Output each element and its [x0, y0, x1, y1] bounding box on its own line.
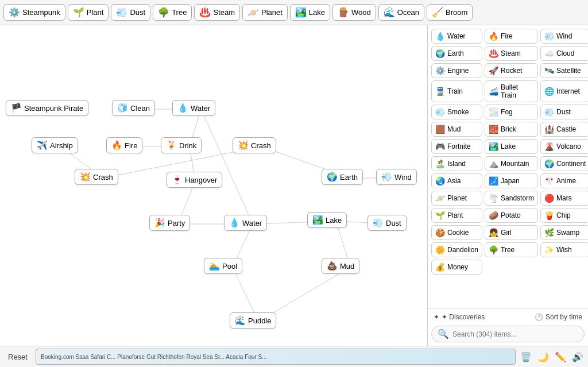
- sort-icon: 🕐: [535, 313, 543, 321]
- sidebar-item-sandstorm[interactable]: 🌪️Sandstorm: [485, 191, 538, 206]
- top-element-steam[interactable]: ♨️Steam: [194, 4, 240, 21]
- bottom-icon-2[interactable]: ✏️: [555, 351, 566, 362]
- sidebar-item-engine[interactable]: ⚙️Engine: [431, 63, 482, 78]
- sidebar-item-brick[interactable]: 🧱Brick: [485, 122, 538, 137]
- sidebar-item-japan[interactable]: 🗾Japan: [485, 173, 538, 188]
- sidebar-item-volcano[interactable]: 🌋Volcano: [540, 139, 588, 154]
- node-n15[interactable]: 🏊Pool: [204, 258, 242, 274]
- si-icon-girl: 👧: [489, 228, 498, 237]
- si-icon-rocket: 🚀: [489, 66, 498, 75]
- sidebar-item-dandelion[interactable]: 🌼Dandelion: [431, 242, 482, 257]
- sidebar-item-fog[interactable]: 🌫️Fog: [485, 105, 538, 119]
- node-n6[interactable]: 💥Crash: [233, 137, 276, 153]
- node-n4[interactable]: 🔥Fire: [106, 137, 142, 153]
- sidebar-item-bullet-train[interactable]: 🚄Bullet Train: [485, 80, 538, 102]
- node-n8[interactable]: 🍷Hangover: [167, 172, 222, 188]
- node-n1[interactable]: 🧊Clean: [112, 100, 155, 116]
- si-icon-steam: ♨️: [489, 49, 498, 58]
- node-n14[interactable]: 💨Dust: [368, 215, 407, 231]
- sidebar-item-wind[interactable]: 💨Wind: [540, 29, 588, 44]
- sidebar-item-train[interactable]: 🚆Train: [431, 80, 482, 102]
- svg-line-15: [201, 109, 253, 224]
- node-n5[interactable]: 🍹Drink: [161, 137, 202, 153]
- sidebar-item-lake[interactable]: 🏞️Lake: [485, 139, 538, 154]
- sidebar-item-cloud[interactable]: ☁️Cloud: [540, 46, 588, 61]
- sidebar-item-continent[interactable]: 🌍Continent: [540, 156, 588, 171]
- search-input[interactable]: [452, 330, 578, 338]
- bottom-icon-1[interactable]: 🌙: [537, 351, 549, 362]
- top-steampunk[interactable]: ⚙️ Steampunk: [3, 4, 65, 21]
- si-icon-cookie: 🍪: [435, 228, 445, 237]
- sidebar-item-satellite[interactable]: 🛰️Satellite: [540, 63, 588, 78]
- node-n7[interactable]: 💥Crash: [75, 169, 118, 185]
- sidebar-items-list: 💧Water🔥Fire💨Wind🌍Earth♨️Steam☁️Cloud⚙️En…: [428, 25, 588, 308]
- sidebar-item-island[interactable]: 🏝️Island: [431, 156, 482, 171]
- si-icon-continent: 🌍: [544, 159, 554, 168]
- node-icon-n12: 💧: [229, 218, 240, 228]
- sidebar-item-fire[interactable]: 🔥Fire: [485, 29, 538, 44]
- top-element-ocean[interactable]: 🌊Ocean: [378, 4, 424, 21]
- steampunk-label: Steampunk: [22, 8, 60, 17]
- sidebar-item-tree[interactable]: 🌳Tree: [485, 242, 538, 257]
- sidebar-item-rocket[interactable]: 🚀Rocket: [485, 63, 538, 78]
- node-n17[interactable]: 🌊Puddle: [230, 312, 276, 329]
- node-n13[interactable]: 🏞️Lake: [307, 212, 347, 228]
- top-element-planet[interactable]: 🪐Planet: [242, 4, 288, 21]
- sidebar-item-potato[interactable]: 🥔Potato: [485, 208, 538, 223]
- sidebar-item-mud[interactable]: 🟫Mud: [431, 122, 482, 137]
- sidebar-item-plant[interactable]: 🌱Plant: [431, 208, 482, 223]
- node-n10[interactable]: 💨Wind: [376, 169, 417, 185]
- top-icon-planet: 🪐: [247, 7, 259, 18]
- node-icon-n1: 🧊: [117, 103, 128, 113]
- bottom-icon-3[interactable]: 🔊: [572, 351, 583, 362]
- sidebar-item-wish[interactable]: ✨Wish: [540, 242, 588, 257]
- sidebar-item-smoke[interactable]: 💨Smoke: [431, 105, 482, 119]
- search-bar[interactable]: 🔍: [431, 326, 585, 342]
- sidebar-item-mars[interactable]: 🔴Mars: [540, 191, 588, 206]
- si-icon-chip: 🍟: [544, 211, 554, 220]
- sidebar-item-internet[interactable]: 🌐Internet: [540, 80, 588, 102]
- sidebar-item-chip[interactable]: 🍟Chip: [540, 208, 588, 223]
- sort-button[interactable]: 🕐 Sort by time: [532, 312, 585, 322]
- canvas-area[interactable]: 🏴 Steampunk Pirate 🧊Clean💧Water✈️Airship…: [0, 25, 427, 346]
- sidebar-item-steam[interactable]: ♨️Steam: [485, 46, 538, 61]
- si-icon-fortnite: 🎮: [435, 142, 445, 151]
- node-n2[interactable]: 💧Water: [172, 100, 215, 116]
- top-icon-dust: 💨: [116, 7, 127, 18]
- node-n9[interactable]: 🌍Earth: [322, 169, 363, 185]
- si-icon-money: 💰: [435, 262, 445, 272]
- top-icon-wood: 🪵: [338, 7, 349, 18]
- si-icon-planet: 🪐: [435, 194, 445, 203]
- sidebar-item-money[interactable]: 💰Money: [431, 260, 482, 275]
- top-element-plant[interactable]: 🌱Plant: [68, 4, 109, 21]
- sidebar-item-dust[interactable]: 💨Dust: [540, 105, 588, 119]
- reset-button[interactable]: Reset: [5, 351, 31, 362]
- sidebar-item-cookie[interactable]: 🍪Cookie: [431, 225, 482, 240]
- node-n12[interactable]: 💧Water: [224, 215, 267, 231]
- sidebar-item-castle[interactable]: 🏰Castle: [540, 122, 588, 137]
- main-area: 🏴 Steampunk Pirate 🧊Clean💧Water✈️Airship…: [0, 25, 588, 346]
- sidebar-item-earth[interactable]: 🌍Earth: [431, 46, 482, 61]
- sidebar-item-swamp[interactable]: 🌿Swamp: [540, 225, 588, 240]
- node-n3[interactable]: ✈️Airship: [32, 137, 78, 153]
- sidebar-item-planet[interactable]: 🪐Planet: [431, 191, 482, 206]
- node-n16[interactable]: 💩Mud: [322, 258, 359, 274]
- top-element-tree[interactable]: 🌳Tree: [153, 4, 192, 21]
- discoveries-button[interactable]: ✦ ✦ Discoveries: [431, 312, 487, 322]
- sidebar-item-fortnite[interactable]: 🎮Fortnite: [431, 139, 482, 154]
- top-icon-lake: 🏞️: [295, 7, 307, 18]
- sidebar-item-water[interactable]: 💧Water: [431, 29, 482, 44]
- sidebar-item-asia[interactable]: 🌏Asia: [431, 173, 482, 188]
- bottom-icon-0[interactable]: 🗑️: [520, 351, 532, 362]
- sidebar-item-girl[interactable]: 👧Girl: [485, 225, 538, 240]
- steampunk-icon: ⚙️: [9, 7, 20, 18]
- top-element-lake[interactable]: 🏞️Lake: [290, 4, 330, 21]
- top-element-broom[interactable]: 🧹Broom: [427, 4, 473, 21]
- node-steampunk-pirate[interactable]: 🏴 Steampunk Pirate: [6, 100, 88, 116]
- sidebar-item-anime[interactable]: 🎌Anime: [540, 173, 588, 188]
- node-n11[interactable]: 🎉Party: [149, 215, 190, 231]
- sidebar-item-mountain[interactable]: ⛰️Mountain: [485, 156, 538, 171]
- top-element-wood[interactable]: 🪵Wood: [332, 4, 376, 21]
- top-element-dust[interactable]: 💨Dust: [111, 4, 150, 21]
- si-icon-smoke: 💨: [435, 107, 445, 117]
